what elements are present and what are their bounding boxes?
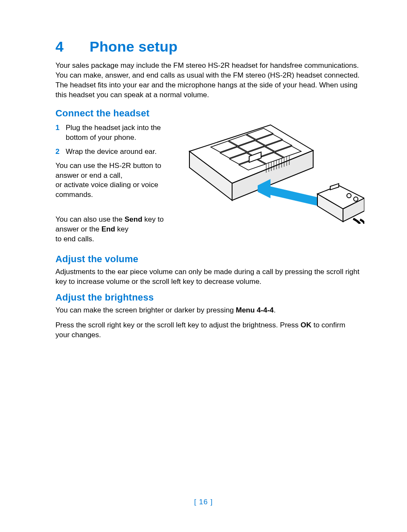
svg-point-31 [347, 194, 351, 198]
intro-paragraph: Your sales package may include the FM st… [55, 61, 361, 100]
svg-marker-26 [266, 185, 322, 207]
step-number: 1 [55, 123, 59, 133]
text-bold: Menu 4-4-4 [236, 306, 274, 314]
chapter-heading: 4Phone setup [55, 38, 361, 55]
connect-paragraph-1: You can use the HS-2R button to answer o… [55, 161, 175, 200]
text-bold: End [102, 225, 115, 233]
step-text: Wrap the device around ear. [66, 147, 157, 156]
text-run: . [274, 306, 276, 314]
text-run: You can also use the [55, 215, 125, 223]
chapter-title: Phone setup [90, 38, 177, 55]
connect-steps-list: 1 Plug the headset jack into the bottom … [55, 123, 175, 157]
page-number: [ 16 ] [0, 498, 407, 506]
connect-row: 1 Plug the headset jack into the bottom … [55, 121, 361, 249]
section-heading-volume: Adjust the volume [55, 254, 361, 265]
text-run: Press the scroll right key or the scroll… [55, 321, 300, 329]
text-bold: Send [125, 215, 142, 223]
step-text: Plug the headset jack into the bottom of… [66, 124, 161, 142]
list-item: 2 Wrap the device around ear. [55, 147, 175, 157]
connect-paragraph-2: You can also use the Send key to answer … [55, 205, 175, 244]
phone-headset-illustration [181, 121, 364, 224]
text-run: You can make the screen brighter or dark… [55, 306, 236, 314]
connect-illustration-column [181, 121, 364, 226]
volume-paragraph: Adjustments to the ear piece volume can … [55, 267, 361, 287]
chapter-number: 4 [55, 38, 90, 55]
svg-point-32 [354, 197, 358, 201]
brightness-paragraph-2: Press the scroll right key or the scroll… [55, 321, 361, 340]
section-heading-brightness: Adjust the brightness [55, 292, 361, 303]
text-bold: OK [300, 321, 311, 329]
connect-text-column: 1 Plug the headset jack into the bottom … [55, 121, 175, 249]
list-item: 1 Plug the headset jack into the bottom … [55, 123, 175, 143]
manual-page: 4Phone setup Your sales package may incl… [0, 0, 407, 532]
brightness-paragraph-1: You can make the screen brighter or dark… [55, 306, 361, 315]
section-heading-connect: Connect the headset [55, 108, 361, 119]
step-number: 2 [55, 147, 59, 157]
